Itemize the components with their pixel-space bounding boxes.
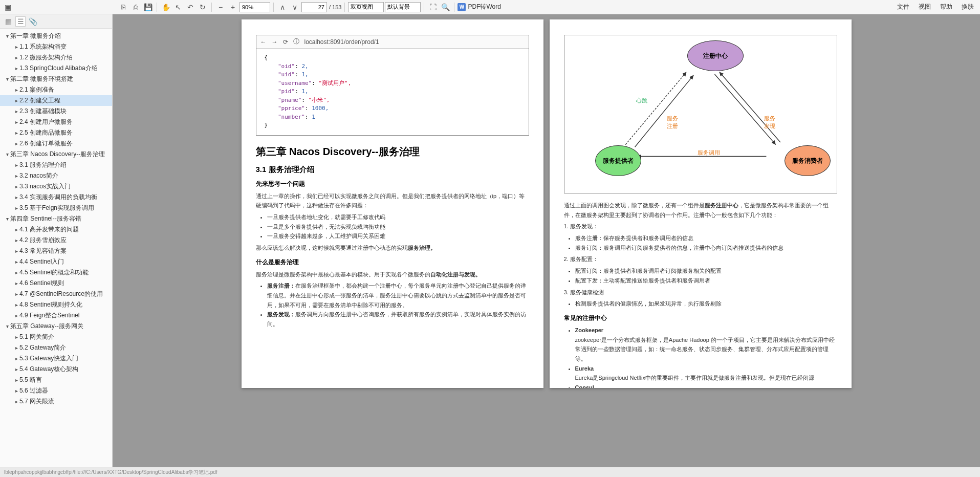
outline-item[interactable]: ▾第四章 Sentinel--服务容错 — [0, 213, 112, 224]
outline-item[interactable]: ▸4.9 Feign整合Sentinel — [0, 310, 112, 321]
caret-right-icon[interactable]: ▸ — [13, 44, 19, 50]
outline-item[interactable]: ▸4.2 服务雪崩效应 — [0, 235, 112, 246]
outline-item[interactable]: ▸4.5 Sentinel的概念和功能 — [0, 267, 112, 278]
document-viewport[interactable]: ← → ⟳ ⓘ localhost:8091/order/prod/1 { "o… — [113, 14, 980, 467]
zoom-in-icon[interactable]: + — [227, 2, 238, 13]
thumbnails-tab-icon[interactable]: ▦ — [3, 16, 13, 27]
caret-right-icon[interactable]: ▸ — [13, 98, 19, 103]
caret-right-icon[interactable]: ▸ — [13, 227, 19, 232]
caret-down-icon[interactable]: ▾ — [4, 76, 10, 82]
caret-right-icon[interactable]: ▸ — [13, 194, 19, 200]
caret-right-icon[interactable]: ▸ — [13, 302, 19, 308]
caret-right-icon[interactable]: ▸ — [13, 280, 19, 286]
pdf-to-word-button[interactable]: W PDF转Word — [458, 3, 500, 11]
caret-down-icon[interactable]: ▾ — [4, 33, 10, 39]
caret-right-icon[interactable]: ▸ — [13, 130, 19, 136]
outline-item[interactable]: ▸3.1 服务治理介绍 — [0, 160, 112, 170]
outline-item[interactable]: ▸2.1 案例准备 — [0, 84, 112, 95]
caret-right-icon[interactable]: ▸ — [13, 184, 19, 189]
outline-item[interactable]: ▸1.1 系统架构演变 — [0, 41, 112, 52]
outline-item[interactable]: ▸2.6 创建订单微服务 — [0, 138, 112, 149]
outline-item[interactable]: ▸1.3 SpringCloud Alibaba介绍 — [0, 63, 112, 74]
outline-item[interactable]: ▾第一章 微服务介绍 — [0, 31, 112, 41]
caret-right-icon[interactable]: ▸ — [13, 270, 19, 275]
caret-down-icon[interactable]: ▾ — [4, 216, 10, 222]
caret-right-icon[interactable]: ▸ — [13, 366, 19, 372]
caret-right-icon[interactable]: ▸ — [13, 399, 19, 404]
menu-skin[interactable]: 换肤 — [957, 3, 978, 11]
open-icon[interactable]: ⎘ — [118, 2, 129, 13]
outline-item[interactable]: ▸3.3 nacos实战入门 — [0, 181, 112, 192]
caret-right-icon[interactable]: ▸ — [13, 173, 19, 179]
outline-item[interactable]: ▾第五章 Gateway--服务网关 — [0, 321, 112, 332]
caret-right-icon[interactable]: ▸ — [13, 388, 19, 394]
zoom-select[interactable] — [239, 2, 270, 12]
outline-tab-icon[interactable]: ☰ — [15, 16, 26, 27]
caret-down-icon[interactable]: ▾ — [4, 151, 10, 157]
sidebar-toggle-icon[interactable]: ▣ — [2, 2, 13, 13]
outline-item[interactable]: ▸2.3 创建基础模块 — [0, 106, 112, 117]
caret-right-icon[interactable]: ▸ — [13, 66, 19, 71]
menu-view[interactable]: 视图 — [914, 3, 935, 11]
outline-item[interactable]: ▸4.3 常见容错方案 — [0, 246, 112, 256]
outline-item[interactable]: ▸5.7 网关限流 — [0, 396, 112, 407]
next-page-icon[interactable]: ∨ — [289, 2, 300, 13]
outline-item[interactable]: ▸5.5 断言 — [0, 375, 112, 385]
caret-right-icon[interactable]: ▸ — [13, 119, 19, 125]
outline-item[interactable]: ▸3.2 nacos简介 — [0, 170, 112, 181]
outline-item[interactable]: ▸2.2 创建父工程 — [0, 95, 112, 106]
rotate-right-icon[interactable]: ↻ — [197, 2, 208, 13]
fullscreen-icon[interactable]: ⛶ — [427, 2, 439, 13]
caret-right-icon[interactable]: ▸ — [13, 162, 19, 168]
search-icon[interactable]: 🔍 — [440, 2, 451, 13]
outline-item[interactable]: ▾第三章 Nacos Discovery--服务治理 — [0, 149, 112, 160]
attachments-tab-icon[interactable]: 📎 — [28, 16, 38, 27]
outline-item[interactable]: ▸5.3 Gateway快速入门 — [0, 353, 112, 364]
view-mode-select[interactable] — [348, 2, 384, 12]
menu-help[interactable]: 帮助 — [936, 3, 956, 11]
menu-file[interactable]: 文件 — [893, 3, 913, 11]
outline-item[interactable]: ▸5.6 过滤器 — [0, 385, 112, 396]
page-number-input[interactable] — [301, 2, 327, 12]
save-icon[interactable]: 💾 — [142, 2, 154, 13]
select-tool-icon[interactable]: ↖ — [172, 2, 184, 13]
outline-item[interactable]: ▸4.8 Sentinel规则持久化 — [0, 299, 112, 310]
outline-tree: ▾第一章 微服务介绍▸1.1 系统架构演变▸1.2 微服务架构介绍▸1.3 Sp… — [0, 29, 112, 467]
caret-right-icon[interactable]: ▸ — [13, 356, 19, 361]
outline-item[interactable]: ▸4.4 Sentinel入门 — [0, 256, 112, 267]
caret-right-icon[interactable]: ▸ — [13, 237, 19, 243]
outline-item[interactable]: ▸3.4 实现服务调用的负载均衡 — [0, 192, 112, 203]
caret-down-icon[interactable]: ▾ — [4, 323, 10, 329]
outline-item[interactable]: ▸4.7 @SentinelResource的使用 — [0, 289, 112, 299]
rotate-left-icon[interactable]: ↶ — [185, 2, 196, 13]
outline-item[interactable]: ▸2.5 创建商品微服务 — [0, 127, 112, 138]
caret-right-icon[interactable]: ▸ — [13, 259, 19, 265]
outline-label: 5.3 Gateway快速入门 — [19, 354, 78, 363]
outline-item[interactable]: ▸3.5 基于Feign实现服务调用 — [0, 203, 112, 213]
caret-right-icon[interactable]: ▸ — [13, 55, 19, 60]
outline-item[interactable]: ▸5.2 Gateway简介 — [0, 342, 112, 353]
caret-right-icon[interactable]: ▸ — [13, 291, 19, 297]
caret-right-icon[interactable]: ▸ — [13, 87, 19, 93]
outline-item[interactable]: ▸1.2 微服务架构介绍 — [0, 52, 112, 63]
outline-item[interactable]: ▸5.1 网关简介 — [0, 332, 112, 342]
caret-right-icon[interactable]: ▸ — [13, 345, 19, 351]
caret-right-icon[interactable]: ▸ — [13, 109, 19, 114]
caret-right-icon[interactable]: ▸ — [13, 313, 19, 318]
caret-right-icon[interactable]: ▸ — [13, 141, 19, 146]
bg-mode-select[interactable] — [385, 2, 421, 12]
outline-item[interactable]: ▾第二章 微服务环境搭建 — [0, 74, 112, 84]
outline-item[interactable]: ▸4.1 高并发带来的问题 — [0, 224, 112, 235]
outline-item[interactable]: ▸2.4 创建用户微服务 — [0, 117, 112, 127]
hand-tool-icon[interactable]: ✋ — [160, 2, 171, 13]
print-icon[interactable]: ⎙ — [130, 2, 141, 13]
zoom-out-icon[interactable]: − — [215, 2, 226, 13]
prev-page-icon[interactable]: ∧ — [277, 2, 288, 13]
caret-right-icon[interactable]: ▸ — [13, 377, 19, 383]
caret-right-icon[interactable]: ▸ — [13, 205, 19, 211]
outline-item[interactable]: ▸4.6 Sentinel规则 — [0, 278, 112, 289]
outline-item[interactable]: ▸5.4 Gateway核心架构 — [0, 364, 112, 375]
caret-right-icon[interactable]: ▸ — [13, 334, 19, 340]
outline-label: 3.5 基于Feign实现服务调用 — [19, 204, 94, 212]
caret-right-icon[interactable]: ▸ — [13, 248, 19, 254]
